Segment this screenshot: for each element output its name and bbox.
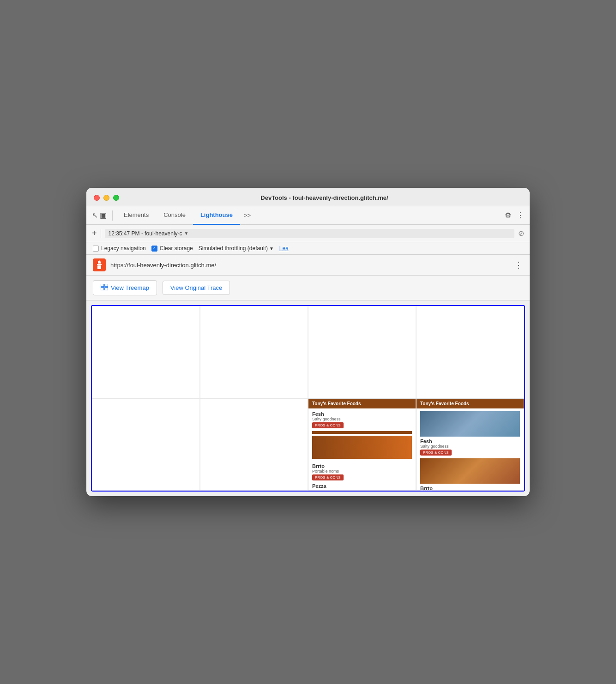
food-desc-fesh-2: Salty goodness: [420, 444, 520, 449]
view-trace-button[interactable]: View Original Trace: [163, 281, 230, 295]
tab-elements[interactable]: Elements: [116, 206, 156, 225]
devtools-window: DevTools - foul-heavenly-direction.glitc…: [86, 188, 530, 496]
action-buttons: View Treemap View Original Trace: [86, 276, 530, 300]
tab-console[interactable]: Console: [156, 206, 193, 225]
food-name-brrto-1: Brrto: [312, 463, 412, 469]
svg-rect-6: [101, 288, 104, 290]
tab-lighthouse[interactable]: Lighthouse: [193, 206, 240, 225]
svg-rect-4: [101, 284, 104, 287]
cursor-icon[interactable]: ↖: [92, 211, 98, 220]
grid-cell-1-3: [308, 306, 416, 398]
grid-row-2: Tony's Favorite Foods Fesh Salty goodnes…: [92, 398, 524, 491]
legacy-nav-checkbox[interactable]: [93, 246, 99, 252]
svg-rect-5: [105, 284, 108, 287]
trace-label: View Original Trace: [170, 284, 222, 291]
title-bar: DevTools - foul-heavenly-direction.glitc…: [86, 188, 530, 206]
throttle-arrow-icon: ▼: [269, 246, 274, 251]
block-icon[interactable]: ⊘: [518, 229, 524, 238]
url-display-bar: https://foul-heavenly-direction.glitch.m…: [86, 255, 530, 276]
food-card-2-body: Fesh Salty goodness PROS & CONS Brrto Po…: [417, 408, 524, 492]
more-tabs-button[interactable]: >>: [240, 212, 254, 219]
food-card-1-header: Tony's Favorite Foods: [308, 399, 416, 408]
view-treemap-button[interactable]: View Treemap: [93, 280, 157, 295]
url-time-text: 12:35:47 PM - foul-heavenly-c: [109, 230, 182, 237]
food-divider-1: [312, 431, 412, 434]
food-desc-fesh-1: Salty goodness: [312, 417, 412, 421]
throttle-label: Simulated throttling (default): [199, 245, 268, 252]
food-card-1: Tony's Favorite Foods Fesh Salty goodnes…: [308, 398, 416, 491]
food-card-1-body: Fesh Salty goodness PROS & CONS Brrto Po…: [308, 408, 416, 492]
maximize-button[interactable]: [113, 195, 119, 201]
url-input[interactable]: 12:35:47 PM - foul-heavenly-c ▼: [105, 229, 514, 238]
url-bar: + 12:35:47 PM - foul-heavenly-c ▼ ⊘: [86, 225, 530, 242]
food-name-fesh-2: Fesh: [420, 438, 520, 444]
close-button[interactable]: [94, 195, 100, 201]
pros-cons-btn-2[interactable]: PROS & CONS: [312, 474, 344, 480]
food-item-pezza-1: Pezza: [312, 483, 412, 489]
tab-bar: ↖ ▣ Elements Console Lighthouse >> ⚙ ⋮: [86, 206, 530, 225]
food-desc-brrto-1: Portable noms: [312, 469, 412, 474]
treemap-svg-icon: [101, 284, 108, 290]
learn-more-link[interactable]: Lea: [279, 245, 289, 252]
minimize-button[interactable]: [103, 195, 109, 201]
svg-rect-7: [105, 288, 108, 290]
food-item-brrto-1: Brrto Portable noms PROS & CONS: [312, 463, 412, 480]
grid-cell-1-2: [200, 306, 308, 398]
pros-cons-btn-1[interactable]: PROS & CONS: [312, 422, 344, 428]
traffic-lights: [94, 195, 119, 201]
options-bar: Legacy navigation ✓ Clear storage Simula…: [86, 242, 530, 255]
window-title: DevTools - foul-heavenly-direction.glitc…: [127, 194, 522, 201]
food-name-fesh-1: Fesh: [312, 411, 412, 417]
food-desc-brrto-2: Portable noms: [420, 491, 520, 492]
spacer: [312, 459, 412, 463]
url-display-text: https://foul-heavenly-direction.glitch.m…: [110, 262, 510, 269]
inspect-icon[interactable]: ▣: [100, 211, 107, 220]
tab-actions: ⚙ ⋮: [505, 211, 524, 220]
svg-rect-2: [97, 264, 102, 265]
svg-rect-3: [97, 265, 101, 269]
clear-storage-label: Clear storage: [160, 245, 193, 252]
pros-cons-btn-3[interactable]: PROS & CONS: [420, 450, 452, 456]
svg-rect-1: [98, 262, 101, 264]
grid-cell-2-1: [92, 398, 200, 491]
legacy-nav-option: Legacy navigation: [93, 245, 146, 252]
more-options-icon[interactable]: ⋮: [517, 211, 524, 220]
burrito-image: [420, 458, 520, 484]
clear-storage-checkbox[interactable]: ✓: [151, 246, 157, 252]
fish-image: [420, 411, 520, 437]
treemap-label: View Treemap: [111, 284, 149, 291]
url-dropdown-arrow[interactable]: ▼: [184, 231, 189, 236]
food-image-1: [312, 436, 412, 459]
lighthouse-logo-icon: [93, 258, 106, 271]
food-item-fesh-2: Fesh Salty goodness PROS & CONS: [420, 438, 520, 456]
legacy-nav-label: Legacy navigation: [101, 245, 146, 252]
grid-row-1: [92, 306, 524, 398]
food-item-fesh-1: Fesh Salty goodness PROS & CONS: [312, 411, 412, 428]
food-card-2: Tony's Favorite Foods Fesh Salty goodnes…: [416, 398, 524, 491]
food-name-pezza-1: Pezza: [312, 483, 412, 489]
settings-icon[interactable]: ⚙: [505, 211, 511, 220]
food-card-2-header: Tony's Favorite Foods: [417, 399, 524, 408]
grid-cell-2-2: [200, 398, 308, 491]
url-divider: [101, 229, 101, 238]
add-tab-button[interactable]: +: [92, 228, 97, 238]
tab-separator: [112, 210, 113, 221]
grid-cell-1-4: [416, 306, 524, 398]
treemap-icon: [101, 284, 108, 292]
throttle-dropdown[interactable]: Simulated throttling (default) ▼: [199, 245, 274, 252]
main-content-area: Tony's Favorite Foods Fesh Salty goodnes…: [91, 305, 525, 492]
food-name-brrto-2: Brrto: [420, 486, 520, 491]
grid-cell-1-1: [92, 306, 200, 398]
url-more-options-icon[interactable]: ⋮: [514, 260, 523, 270]
food-item-brrto-2: Brrto Portable noms: [420, 486, 520, 492]
clear-storage-option: ✓ Clear storage: [151, 245, 193, 252]
